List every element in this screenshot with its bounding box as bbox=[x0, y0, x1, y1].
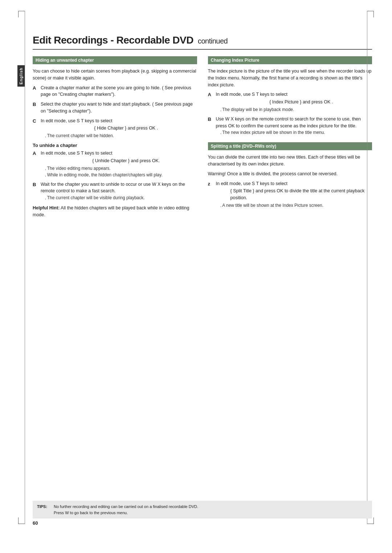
right-column: Changing Index Picture The index picture… bbox=[208, 56, 372, 218]
splitting-intro: You can divide the current title into tw… bbox=[208, 154, 372, 168]
page-number: 60 bbox=[33, 520, 38, 526]
list-item-right-z: z In edit mode, use S T keys to select {… bbox=[208, 180, 372, 209]
index-picture-note: The display will be in playback mode. bbox=[220, 106, 372, 113]
hide-chapter-note: The current chapter will be hidden. bbox=[45, 132, 197, 139]
section-header-hiding: Hiding an unwanted chapter bbox=[33, 56, 197, 64]
list-label-right-z: z bbox=[208, 180, 215, 188]
tips-content: No further recording and editing can be … bbox=[54, 504, 198, 516]
list-item-right-b: B Use W X keys on the remote control to … bbox=[208, 116, 372, 136]
corner-mark-tl bbox=[18, 11, 25, 17]
list-label-right-a: A bbox=[208, 91, 215, 98]
tips-line2: Press W to go back to the previous menu. bbox=[54, 511, 128, 515]
unhide-b-note: The current chapter will be visible duri… bbox=[45, 194, 197, 201]
tips-label: TIPS: bbox=[37, 504, 51, 516]
page: English Edit Recordings - Recordable DVD… bbox=[0, 0, 392, 553]
helpful-hint: Helpful Hint: All the hidden chapters wi… bbox=[33, 205, 197, 218]
splitting-warning: Warning! Once a title is divided, the pr… bbox=[208, 171, 372, 177]
list-label-unhide-a: A bbox=[33, 150, 39, 157]
title-sub: continued bbox=[198, 37, 228, 45]
list-content-c: In edit mode, use S T keys to select { H… bbox=[41, 118, 197, 139]
index-intro: The index picture is the picture of the … bbox=[208, 68, 372, 88]
section-header-splitting: Splitting a title (DVD–RWs only) bbox=[208, 142, 372, 150]
list-item-unhide-b: B Wait for the chapter you want to unhid… bbox=[33, 181, 197, 201]
list-item-a: A Create a chapter marker at the scene y… bbox=[33, 85, 197, 98]
sidebar-language-label: English bbox=[17, 65, 25, 87]
list-label-right-b: B bbox=[208, 116, 215, 123]
vertical-line-left bbox=[25, 11, 25, 524]
list-content-right-z: In edit mode, use S T keys to select { S… bbox=[216, 180, 372, 209]
index-picture-menu: { Index Picture } and press OK . bbox=[230, 99, 372, 106]
tips-section: TIPS: No further recording and editing c… bbox=[33, 501, 372, 519]
section-header-index: Changing Index Picture bbox=[208, 56, 372, 64]
list-content-unhide-a: In edit mode, use S T keys to select { U… bbox=[41, 150, 197, 178]
page-title: Edit Recordings - Recordable DVD continu… bbox=[33, 34, 372, 50]
unhide-heading: To unhide a chapter bbox=[33, 143, 197, 148]
list-label-b: B bbox=[33, 101, 39, 108]
two-column-layout: Hiding an unwanted chapter You can choos… bbox=[33, 56, 372, 218]
list-item-c: C In edit mode, use S T keys to select {… bbox=[33, 118, 197, 139]
list-content-right-b: Use W X keys on the remote control to se… bbox=[216, 116, 372, 136]
unhide-note2: While in editing mode, the hidden chapte… bbox=[45, 172, 197, 178]
hiding-intro: You can choose to hide certain scenes fr… bbox=[33, 68, 197, 82]
list-label-unhide-b: B bbox=[33, 181, 39, 188]
corner-mark-bl bbox=[18, 517, 25, 524]
index-b-note: The new index picture will be shown in t… bbox=[220, 129, 372, 136]
title-main: Edit Recordings - Recordable DVD bbox=[33, 34, 193, 46]
split-title-note: A new title will be shown at the Index P… bbox=[220, 202, 372, 209]
list-item-unhide-a: A In edit mode, use S T keys to select {… bbox=[33, 150, 197, 178]
list-content-right-a: In edit mode, use S T keys to select { I… bbox=[216, 91, 372, 113]
hide-chapter-menu: { Hide Chapter } and press OK . bbox=[55, 125, 197, 132]
list-content-a: Create a chapter marker at the scene you… bbox=[41, 85, 197, 98]
corner-mark-tr bbox=[367, 11, 374, 17]
vertical-line-right bbox=[367, 11, 367, 524]
split-title-menu: { Split Title } and press OK to divide t… bbox=[230, 188, 372, 201]
list-label-c: C bbox=[33, 118, 39, 125]
tips-line1: No further recording and editing can be … bbox=[54, 504, 198, 509]
left-column: Hiding an unwanted chapter You can choos… bbox=[33, 56, 197, 218]
list-item-b: B Select the chapter you want to hide an… bbox=[33, 101, 197, 115]
list-item-right-a: A In edit mode, use S T keys to select {… bbox=[208, 91, 372, 113]
list-label-a: A bbox=[33, 85, 39, 92]
unhide-chapter-menu: { Unhide Chapter } and press OK. bbox=[55, 157, 197, 164]
list-content-unhide-b: Wait for the chapter you want to unhide … bbox=[41, 181, 197, 201]
unhide-note1: The video editing menu appears. bbox=[45, 165, 197, 172]
list-content-b: Select the chapter you want to hide and … bbox=[41, 101, 197, 115]
hint-title: Helpful Hint: bbox=[33, 205, 60, 210]
main-content: Edit Recordings - Recordable DVD continu… bbox=[33, 34, 372, 218]
